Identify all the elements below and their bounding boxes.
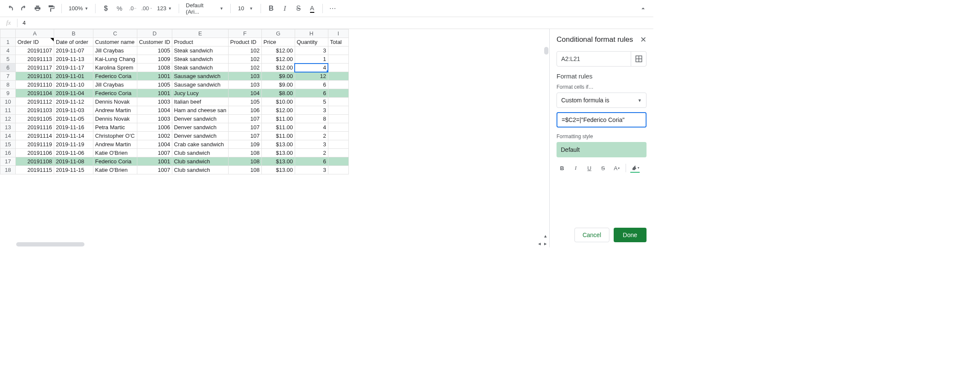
print-button[interactable] [32,3,43,14]
scroll-left-button[interactable]: ◄ [536,241,542,246]
cell[interactable] [328,89,348,98]
cell[interactable]: 20191112 [16,98,54,106]
cell[interactable]: 20191104 [16,89,54,98]
cell[interactable]: 6 [295,89,328,98]
cell[interactable]: $12.00 [261,64,295,72]
cell[interactable]: Andrew Martin [93,106,137,115]
cell[interactable]: 2019-11-07 [54,46,93,55]
cell[interactable]: 1003 [137,115,172,123]
cell[interactable]: 107 [228,132,261,140]
cell[interactable]: $13.00 [261,149,295,157]
cell[interactable]: 102 [228,55,261,64]
cell[interactable] [328,132,348,140]
cell[interactable]: 2 [295,132,328,140]
cell[interactable]: 5 [295,98,328,106]
cell[interactable]: 4 [295,123,328,132]
bold-button[interactable]: B [265,3,277,14]
cell[interactable]: 1005 [137,81,172,89]
cell[interactable] [328,115,348,123]
cell[interactable] [328,157,348,166]
row-header[interactable]: 8 [0,81,16,89]
horizontal-scrollbar[interactable] [16,242,84,246]
cell[interactable] [328,64,348,72]
header-cell[interactable]: Customer ID [137,38,172,46]
cell[interactable]: $13.00 [261,157,295,166]
underline-format-button[interactable]: U [585,163,594,173]
close-icon[interactable]: ✕ [640,35,647,44]
italic-format-button[interactable]: I [571,163,580,173]
cell[interactable]: 20191113 [16,55,54,64]
row-header[interactable]: 9 [0,89,16,98]
cell[interactable] [328,81,348,89]
cell[interactable]: 1007 [137,166,172,174]
cell[interactable]: 2019-11-14 [54,132,93,140]
cell[interactable]: 2019-11-13 [54,55,93,64]
formula-input[interactable]: 4 [17,20,26,26]
cell[interactable] [328,123,348,132]
header-cell[interactable]: Product ID [228,38,261,46]
cell[interactable] [328,106,348,115]
cell[interactable]: 1005 [137,46,172,55]
paint-format-button[interactable] [45,3,57,14]
cell[interactable]: 2019-11-01 [54,72,93,81]
header-cell[interactable]: Quantity [295,38,328,46]
row-header[interactable]: 15 [0,140,16,149]
cell[interactable]: $11.00 [261,115,295,123]
cell[interactable]: $11.00 [261,132,295,140]
cell[interactable]: 2019-11-05 [54,115,93,123]
cell[interactable]: $11.00 [261,123,295,132]
cell[interactable]: 103 [228,72,261,81]
cell[interactable]: 20191105 [16,115,54,123]
cell[interactable]: Sausage sandwich [172,81,228,89]
column-header[interactable]: E [172,29,228,38]
column-header[interactable]: F [228,29,261,38]
cell[interactable]: Club sandwich [172,149,228,157]
cell[interactable]: $9.00 [261,72,295,81]
header-cell[interactable]: Customer name [93,38,137,46]
cancel-button[interactable]: Cancel [574,228,609,242]
cell[interactable]: 1009 [137,55,172,64]
cell[interactable] [328,149,348,157]
cell[interactable]: 1002 [137,132,172,140]
cell[interactable]: 1001 [137,89,172,98]
spreadsheet-grid[interactable]: ABCDEFGHI 1Order IDDate of orderCustomer… [0,29,349,174]
italic-button[interactable]: I [279,3,291,14]
cell[interactable]: 3 [295,46,328,55]
cell[interactable]: 6 [295,157,328,166]
decrease-decimal-button[interactable]: .0← [127,3,139,14]
column-header[interactable]: C [93,29,137,38]
cell[interactable]: Sausage sandwich [172,72,228,81]
column-header[interactable]: A [16,29,54,38]
row-header[interactable]: 10 [0,98,16,106]
increase-decimal-button[interactable]: .00→ [141,3,153,14]
cell[interactable]: 103 [228,81,261,89]
header-cell[interactable]: Product [172,38,228,46]
cell[interactable]: Denver sandwich [172,123,228,132]
rule-type-select[interactable]: Custom formula is ▼ [557,93,647,108]
cell[interactable]: 2019-11-08 [54,157,93,166]
cell[interactable]: 20191101 [16,72,54,81]
cell[interactable]: $13.00 [261,166,295,174]
cell[interactable] [328,140,348,149]
row-header[interactable]: 16 [0,149,16,157]
cell[interactable]: 2 [295,149,328,157]
row-header[interactable]: 7 [0,72,16,81]
cell[interactable]: 102 [228,46,261,55]
cell[interactable]: 20191114 [16,132,54,140]
row-header[interactable]: 11 [0,106,16,115]
cell[interactable]: 3 [295,166,328,174]
font-select[interactable]: Default (Ari...▼ [183,3,226,14]
column-header[interactable]: I [328,29,348,38]
cell[interactable]: Crab cake sandwich [172,140,228,149]
row-header[interactable]: 17 [0,157,16,166]
cell[interactable]: 108 [228,166,261,174]
cell[interactable]: 12 [295,72,328,81]
vertical-scrollbar[interactable] [544,47,548,55]
cell[interactable]: Italian beef [172,98,228,106]
cell[interactable]: Andrew Martin [93,140,137,149]
cell[interactable]: 1008 [137,64,172,72]
redo-button[interactable] [18,3,30,14]
percent-button[interactable]: % [113,3,125,14]
header-cell[interactable]: Price [261,38,295,46]
header-cell[interactable]: Date of order [54,38,93,46]
